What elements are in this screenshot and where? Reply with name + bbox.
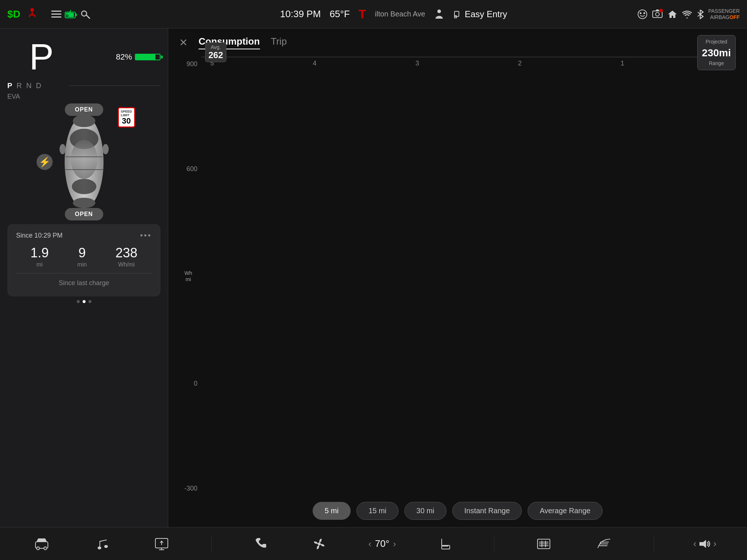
home-icon (667, 9, 678, 19)
battery-nub (161, 56, 163, 58)
status-center: 10:39 PM 65°F T ilton Beach Ave Easy Ent… (176, 7, 612, 21)
open-trunk-button[interactable]: OPEN (65, 103, 103, 116)
taskbar-seat[interactable] (435, 537, 455, 550)
chart-x-axis: 5 4 3 2 1 0 (201, 57, 736, 67)
trip-wh-unit: Wh/mi (118, 261, 135, 268)
chart-body: Rated Avg. 262 Projected 230mi Range (201, 57, 736, 57)
phone-taskbar-icon (254, 537, 266, 550)
y-label-900: 900 (179, 60, 201, 68)
projected-value: 230mi (702, 46, 731, 60)
svg-point-15 (437, 10, 441, 13)
open-hood-button[interactable]: OPEN (65, 208, 103, 220)
easy-entry-label[interactable]: Easy Entry (453, 9, 507, 19)
svg-marker-76 (699, 540, 706, 548)
temp-right-arrow[interactable]: › (393, 539, 396, 549)
btn-average-range[interactable]: Average Range (528, 502, 603, 520)
wifi-icon (682, 10, 692, 19)
seat-adjust-icon (453, 10, 462, 19)
taskbar-music[interactable] (92, 537, 112, 550)
airbag-status: PASSENGER AIRBAGOFF (708, 8, 740, 20)
front-defrost-icon (597, 538, 611, 549)
speed-limit-sign: SPEEDLIMIT 30 (118, 107, 135, 128)
status-temp: 65°F (329, 8, 350, 20)
camera-icon-container (652, 9, 663, 20)
prnd-p: P (7, 82, 12, 90)
chart-y-axis: 900 600 Whmi 0 -300 (179, 57, 201, 496)
svg-point-65 (318, 542, 321, 545)
volume-next-arrow[interactable]: › (713, 538, 717, 549)
svg-point-59 (104, 545, 108, 548)
svg-point-12 (82, 11, 87, 16)
btn-5mi[interactable]: 5 mi (313, 502, 351, 520)
svg-point-27 (72, 179, 96, 194)
prnd-letters: P R N D (7, 82, 41, 90)
y-label-wh-mi: Whmi (179, 270, 201, 283)
since-last-charge-label: Since last charge (16, 276, 152, 290)
btn-instant-range[interactable]: Instant Range (452, 502, 522, 520)
trip-minutes-value: 9 (78, 245, 86, 261)
status-time: 10:39 PM (280, 8, 321, 20)
taskbar-front-defrost[interactable] (593, 538, 615, 549)
x-label-3: 3 (406, 60, 428, 67)
music-taskbar-icon (96, 537, 108, 550)
trip-miles-value: 1.9 (30, 245, 49, 261)
taskbar-temp-control[interactable]: ‹ 70° › (369, 538, 396, 549)
trip-minutes-unit: min (78, 261, 87, 268)
svg-point-20 (644, 12, 645, 14)
status-right: PASSENGER AIRBAGOFF (612, 8, 740, 20)
tab-trip[interactable]: Trip (271, 36, 287, 49)
projected-unit: Range (702, 60, 731, 67)
right-panel: ✕ Consumption Trip 900 600 Whmi 0 -300 (168, 29, 747, 527)
avg-label: Avg. 262 (205, 42, 226, 62)
svg-rect-2 (51, 11, 61, 12)
svg-point-30 (73, 198, 95, 208)
prnd-n: N (26, 82, 31, 90)
tesla-logo-icon: T (359, 7, 366, 21)
left-panel: P 82% P R N D (0, 29, 168, 527)
taskbar-fan[interactable] (309, 537, 329, 550)
chart-area: 900 600 Whmi 0 -300 (179, 57, 736, 496)
volume-prev-arrow[interactable]: ‹ (693, 538, 697, 549)
temp-value: 70° (375, 538, 389, 549)
car-container: OPEN SPEEDLIMIT 30 (29, 103, 139, 220)
svg-line-13 (86, 15, 90, 19)
taskbar-phone[interactable] (251, 537, 270, 550)
close-chart-button[interactable]: ✕ (179, 37, 188, 49)
chart-body-container: Rated Avg. 262 Projected 230mi Range (201, 57, 736, 496)
trip-menu-button[interactable]: ••• (140, 231, 152, 240)
battery-bar (135, 54, 161, 60)
svg-point-29 (73, 115, 95, 127)
battery-section: 82% (116, 52, 161, 62)
trip-stat-miles: 1.9 mi (30, 245, 49, 268)
prnd-r: R (16, 82, 22, 90)
projected-range-label: Projected 230mi Range (697, 35, 736, 70)
status-left: $D D (7, 7, 176, 21)
volume-icon (699, 538, 711, 549)
svg-rect-4 (51, 16, 61, 18)
gear-indicator: P 82% (7, 36, 161, 78)
svg-line-14 (88, 17, 89, 18)
status-bar: $D D (0, 0, 747, 29)
battery-percent: 82% (116, 52, 161, 62)
prnd-d: D (36, 82, 41, 90)
taskbar-rear-defrost[interactable] (533, 538, 554, 549)
charge-icon: ⚡ (37, 154, 53, 170)
svg-point-18 (638, 10, 647, 19)
btn-15mi[interactable]: 15 mi (356, 502, 399, 520)
trip-miles-unit: mi (37, 261, 43, 268)
x-label-4: 4 (304, 60, 326, 67)
taskbar-car[interactable] (30, 537, 53, 550)
y-label-600: 600 (179, 165, 201, 173)
taskbar-screen[interactable] (151, 538, 172, 550)
svg-rect-3 (51, 14, 61, 15)
temp-left-arrow[interactable]: ‹ (369, 539, 371, 549)
x-label-2: 2 (509, 60, 531, 67)
bluetooth-icon (697, 9, 704, 19)
svg-point-0 (30, 8, 34, 12)
btn-30mi[interactable]: 30 mi (404, 502, 446, 520)
seat-taskbar-icon (439, 537, 451, 550)
svg-point-58 (98, 546, 101, 549)
trip-stat-minutes: 9 min (78, 245, 87, 268)
chart-buttons: 5 mi 15 mi 30 mi Instant Range Average R… (179, 502, 736, 520)
y-label-neg300: -300 (179, 485, 201, 492)
